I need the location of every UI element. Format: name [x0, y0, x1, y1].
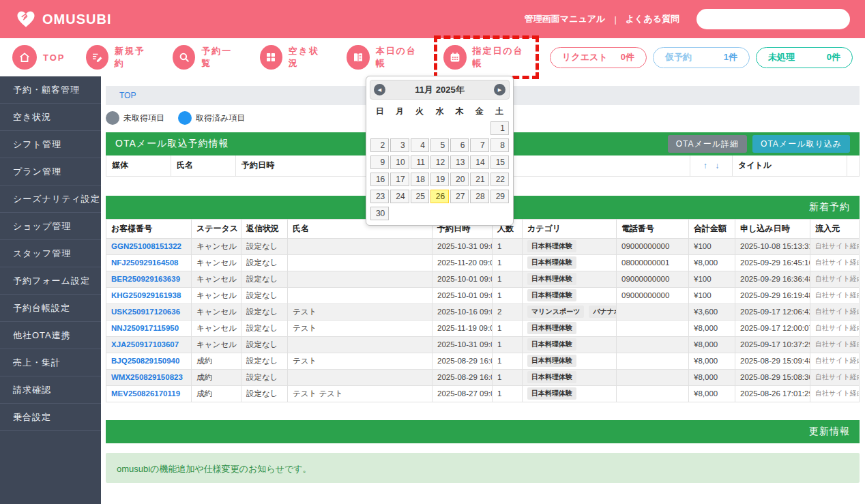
customer-number-link[interactable]: KHG250929161938	[111, 291, 181, 299]
table-row: BER250929163639キャンセル設定なし2025-10-01 09:00…	[106, 271, 860, 287]
calendar-day[interactable]: 17	[390, 173, 409, 186]
faq-link[interactable]: よくある質問	[626, 13, 679, 25]
customer-number-link[interactable]: BER250929163639	[111, 275, 180, 283]
cell-customer-number: KHG250929161938	[106, 287, 192, 303]
blue-dot-icon	[178, 111, 192, 125]
calendar-day[interactable]: 23	[370, 190, 389, 203]
status-pill-0[interactable]: リクエスト0件	[550, 47, 647, 68]
sidebar: 予約・顧客管理空き状況シフト管理プラン管理シーズナリティ設定ショップ管理スタッフ…	[0, 76, 101, 504]
cell-status: キャンセル	[192, 238, 241, 254]
calendar-day[interactable]: 25	[411, 190, 429, 203]
calendar-day[interactable]: 5	[430, 138, 449, 152]
nav-item-4[interactable]: 本日の台帳	[347, 45, 423, 70]
calendar-day[interactable]: 4	[411, 138, 429, 152]
customer-number-link[interactable]: USK250917120636	[111, 308, 180, 316]
customer-number-link[interactable]: MEV250826170119	[111, 389, 180, 398]
customer-number-link[interactable]: XJA250917103607	[111, 340, 179, 349]
calendar-day-cell: 5	[430, 136, 450, 153]
status-pill-2[interactable]: 未処理0件	[756, 47, 853, 68]
calendar-day[interactable]: 21	[470, 173, 488, 186]
next-month-icon[interactable]: ▶	[494, 84, 505, 95]
sidebar-item-10[interactable]: 売上・集計	[0, 349, 101, 376]
sidebar-item-12[interactable]: 乗合設定	[0, 404, 101, 431]
manual-link[interactable]: 管理画面マニュアル	[525, 13, 606, 25]
calendar-day[interactable]: 22	[490, 173, 509, 186]
calendar-selected-day[interactable]: 26	[430, 190, 449, 203]
ota-mail-import-button[interactable]: OTAメール取り込み	[752, 135, 850, 153]
nav-item-2[interactable]: 予約一覧	[173, 45, 239, 70]
sidebar-item-9[interactable]: 他社OTA連携	[0, 322, 101, 349]
cell-phone: 09000000000	[617, 271, 689, 287]
calendar-day[interactable]: 24	[390, 190, 409, 203]
prev-month-icon[interactable]: ◀	[374, 84, 385, 95]
calendar-day[interactable]: 29	[490, 190, 509, 203]
nav-item-5[interactable]: 指定日の台帳	[443, 45, 529, 70]
calendar-day[interactable]: 11	[411, 155, 429, 169]
sidebar-item-8[interactable]: 予約台帳設定	[0, 295, 101, 322]
cell-applied-datetime: 2025-09-29 16:45:16	[735, 254, 810, 271]
calendar-day[interactable]: 8	[490, 138, 509, 152]
ota-mail-detail-button[interactable]: OTAメール詳細	[668, 135, 747, 153]
calendar-day-cell: 28	[469, 188, 489, 205]
calendar-day[interactable]: 27	[450, 190, 469, 203]
status-pill-1[interactable]: 仮予約1件	[653, 47, 750, 68]
sidebar-item-2[interactable]: シフト管理	[0, 131, 101, 158]
header-search-input[interactable]	[697, 9, 850, 29]
calendar-day[interactable]: 12	[430, 155, 449, 169]
calendar-day[interactable]: 30	[370, 207, 389, 220]
sidebar-item-7[interactable]: 予約フォーム設定	[0, 267, 101, 295]
cell-reserved-datetime: 2025-08-27 09:00	[432, 385, 493, 402]
cell-source: 自社サイト経由	[810, 353, 860, 369]
calendar-day[interactable]: 10	[390, 155, 409, 169]
calendar-day[interactable]: 13	[450, 155, 469, 169]
sort-up-icon[interactable]: ↑	[701, 161, 710, 171]
calendar-day-cell: 22	[490, 171, 510, 188]
cell-reserved-datetime: 2025-11-19 09:00	[432, 320, 493, 336]
sidebar-item-11[interactable]: 請求確認	[0, 376, 101, 404]
customer-number-link[interactable]: GGN251008151322	[111, 242, 181, 250]
calendar-day[interactable]: 7	[470, 138, 488, 152]
calendar-day-cell: 24	[390, 188, 409, 205]
calendar-day[interactable]: 18	[411, 173, 429, 186]
cell-status: キャンセル	[192, 287, 241, 303]
sidebar-item-1[interactable]: 空き状況	[0, 104, 101, 131]
calendar-day-cell: 15	[490, 153, 510, 171]
sidebar-item-6[interactable]: スタッフ管理	[0, 240, 101, 267]
customer-number-link[interactable]: WMX250829150823	[111, 373, 183, 381]
calendar-day[interactable]: 14	[470, 155, 488, 169]
nav-item-3[interactable]: 空き状況	[260, 45, 327, 70]
gray-dot-icon	[106, 111, 119, 125]
source-label: 自社サイト経由	[815, 389, 860, 397]
nav-item-0[interactable]: TOP	[12, 45, 65, 70]
calendar-day[interactable]: 15	[490, 155, 509, 169]
sort-down-icon[interactable]: ↓	[712, 161, 722, 171]
cell-applied-datetime: 2025-08-26 17:01:29	[735, 385, 810, 402]
weekday-label: 木	[450, 103, 469, 119]
calendar-day[interactable]: 19	[430, 173, 449, 186]
calendar-day[interactable]: 16	[370, 173, 389, 186]
calendar-day[interactable]: 2	[370, 138, 389, 152]
legend-label: 取得済み項目	[196, 113, 245, 124]
sidebar-item-3[interactable]: プラン管理	[0, 158, 101, 186]
cell-applied-datetime: 2025-09-29 16:19:48	[735, 287, 810, 303]
nav-item-1[interactable]: 新規予約	[86, 45, 153, 70]
book-icon	[347, 45, 369, 70]
calendar-day[interactable]: 9	[370, 155, 389, 169]
calendar-day[interactable]: 1	[490, 121, 509, 135]
customer-number-link[interactable]: NFJ250929164508	[111, 258, 178, 267]
cell-name	[288, 369, 432, 385]
search-icon	[173, 45, 195, 70]
calendar-day[interactable]: 6	[450, 138, 469, 152]
customer-number-link[interactable]: NNJ250917115950	[111, 324, 179, 332]
calendar-day-cell: 18	[410, 171, 430, 188]
calendar-day[interactable]: 3	[390, 138, 409, 152]
sidebar-item-4[interactable]: シーズナリティ設定	[0, 186, 101, 213]
sidebar-item-0[interactable]: 予約・顧客管理	[0, 76, 101, 104]
calendar-day[interactable]: 28	[470, 190, 488, 203]
customer-number-link[interactable]: BJQ250829150940	[111, 357, 179, 365]
cell-reply-status: 設定なし	[241, 336, 288, 353]
nav-item-label: 本日の台帳	[376, 45, 424, 70]
calendar-day[interactable]: 20	[450, 173, 469, 186]
sidebar-item-5[interactable]: ショップ管理	[0, 213, 101, 240]
breadcrumb-top-link[interactable]: TOP	[119, 91, 136, 100]
